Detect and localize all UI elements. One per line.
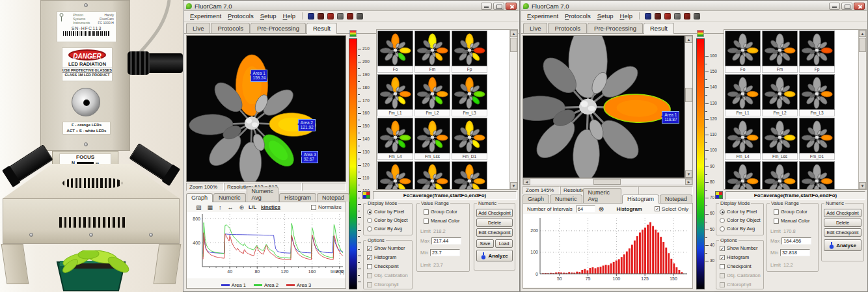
thumbnail[interactable] — [452, 161, 488, 190]
add-checkpoint-button[interactable]: Add Checkpoint — [824, 209, 861, 217]
panel-tab-numeric-avg[interactable]: Numeric Avg — [583, 188, 621, 203]
thumbnail[interactable]: Fm_L2 — [414, 74, 451, 116]
thumbnail-image[interactable] — [452, 118, 487, 153]
intervals-input[interactable]: 64 — [576, 206, 595, 213]
thumbnail[interactable]: Fp — [799, 31, 835, 73]
radio-color-by-pixel[interactable]: Color by Pixel — [720, 209, 757, 215]
thumbnail-image[interactable] — [377, 161, 413, 190]
thumbnail[interactable]: Fm_Lss — [414, 118, 451, 160]
title-bar[interactable]: FluorCam 7.0 — [184, 1, 519, 11]
thumbnail-image[interactable] — [762, 31, 798, 66]
thumbnail[interactable] — [762, 161, 798, 190]
analyze-button[interactable]: Analyse — [824, 239, 861, 251]
thumbnail[interactable] — [377, 161, 414, 190]
measurement-icon[interactable] — [715, 191, 723, 199]
menu-setup[interactable]: Setup — [594, 12, 617, 20]
thumbnail-image[interactable] — [799, 74, 835, 110]
thumbnail[interactable]: Fp — [452, 31, 488, 73]
thumbnail[interactable] — [799, 161, 835, 190]
thumbnail-image[interactable] — [414, 74, 450, 110]
thumbnail-image[interactable] — [725, 118, 761, 153]
thumbnails-scrollbar[interactable]: ▲ ▼ — [858, 30, 866, 189]
fit-height-icon[interactable]: ↕ — [219, 204, 222, 211]
thumbnail[interactable] — [414, 161, 451, 190]
tab-pre-processing[interactable]: Pre-Processing — [251, 23, 306, 33]
thumbnail[interactable]: Fm_L4 — [725, 118, 761, 160]
menu-help[interactable]: Help — [280, 12, 299, 20]
thumbnail-image[interactable] — [414, 161, 450, 190]
tab-protocols[interactable]: Protocols — [548, 23, 587, 33]
thumbnail[interactable]: Fo — [377, 31, 414, 73]
thumbnail-image[interactable] — [452, 31, 487, 66]
thumbnail-image[interactable] — [377, 118, 413, 153]
scroll-up-arrow[interactable]: ▲ — [510, 30, 517, 37]
thumbnail-image[interactable] — [725, 31, 761, 66]
thumbnail-image[interactable] — [799, 161, 835, 190]
panel-tab-notepad[interactable]: Notepad — [317, 193, 349, 202]
thumbnail[interactable]: Fm — [762, 31, 798, 73]
checkbox-checkpoint[interactable]: Checkpoint — [367, 263, 399, 269]
radio-color-by-avg[interactable]: Color By Avg — [720, 226, 755, 232]
normalize-checkbox[interactable]: Normalize — [311, 204, 342, 210]
checkbox-group-color[interactable]: Group Color — [774, 209, 807, 215]
checkbox-checkpoint[interactable]: Checkpoint — [720, 263, 752, 269]
target-icon[interactable]: ⊕ — [239, 204, 245, 211]
thumbnail-image[interactable] — [799, 31, 835, 66]
small-gray-icon[interactable] — [694, 13, 700, 20]
refresh-icon[interactable]: ⊗ — [599, 206, 604, 213]
tab-protocols[interactable]: Protocols — [211, 23, 250, 33]
gray-circle-icon[interactable] — [337, 13, 344, 20]
scroll-right-arrow[interactable]: ► — [685, 179, 692, 185]
thumbnail[interactable]: Fm_L3 — [452, 74, 488, 116]
max-value-field[interactable]: Max217.44 — [420, 237, 461, 245]
select-only-checkbox-box[interactable]: ✓ — [655, 206, 660, 211]
panel-tab-graph[interactable]: Graph — [522, 194, 549, 203]
kinetic-chart-icon[interactable]: ▧ — [196, 204, 202, 211]
thumbnail-image[interactable] — [762, 161, 798, 190]
maximize-button[interactable] — [841, 3, 852, 10]
lin-log-toggle[interactable]: L/L — [249, 204, 256, 210]
checkbox-show-number[interactable]: ✓Show Number — [367, 245, 405, 251]
image-vscrollbar[interactable]: ▲ ▼ — [685, 36, 692, 178]
palette-icon[interactable]: ▦ — [208, 204, 213, 211]
thumbnail-image[interactable] — [414, 31, 450, 66]
scroll-thumb[interactable] — [510, 38, 517, 52]
protocol-icon[interactable] — [308, 13, 314, 20]
thumbnail-image[interactable] — [725, 161, 761, 190]
thumbnail[interactable]: Fm_L4 — [377, 118, 414, 160]
thumbnail-image[interactable] — [377, 31, 413, 66]
tab-pre-processing[interactable]: Pre-Processing — [588, 23, 643, 33]
scroll-left-arrow[interactable]: ◄ — [523, 179, 530, 185]
scroll-thumb[interactable] — [685, 88, 692, 102]
radio-color-by-object[interactable]: Color by Object — [367, 217, 408, 223]
thumbnail[interactable]: Fm_Lss — [762, 118, 798, 160]
scroll-up-arrow[interactable]: ▲ — [859, 30, 866, 37]
colorbar-settings-icon[interactable] — [349, 30, 357, 37]
thumbnail-image[interactable] — [799, 118, 835, 153]
thumbnail-image[interactable] — [762, 74, 798, 110]
thumbnail-image[interactable] — [377, 74, 413, 110]
checkbox-manual-color[interactable]: Manual Color — [774, 218, 810, 224]
close-button[interactable] — [854, 3, 865, 10]
thumbnails-scrollbar[interactable]: ▲ ▼ — [509, 30, 517, 189]
fluorescence-image[interactable]: Area 1118.87 ▲ ▼ — [522, 35, 693, 178]
radio-color-by-pixel[interactable]: Color by Pixel — [367, 209, 404, 215]
panel-tab-numeric-avg[interactable]: Numeric Avg — [247, 187, 279, 202]
panel-tab-notepad[interactable]: Notepad — [660, 194, 692, 203]
dark-red-icon[interactable] — [318, 13, 324, 20]
analyze-button[interactable]: Analyze — [476, 250, 513, 261]
menu-experiment[interactable]: Experiment — [524, 12, 562, 20]
red-icon[interactable] — [327, 13, 334, 20]
fluorescence-image[interactable]: Area 1159.24Area 2121.92Area 392.67 — [186, 35, 346, 182]
scroll-thumb[interactable] — [859, 38, 866, 52]
normalize-checkbox-box[interactable] — [311, 205, 316, 210]
maroon-icon[interactable] — [347, 13, 353, 20]
gray-circle-icon[interactable] — [674, 13, 681, 20]
thumbnail-image[interactable] — [452, 161, 487, 190]
small-gray-icon[interactable] — [357, 13, 363, 20]
maximize-button[interactable] — [493, 3, 504, 10]
scroll-thumb[interactable] — [593, 179, 621, 185]
thumbnail[interactable] — [725, 161, 761, 190]
select-only-checkbox[interactable]: ✓ Select Only — [655, 206, 688, 212]
tab-live[interactable]: Live — [186, 23, 210, 33]
